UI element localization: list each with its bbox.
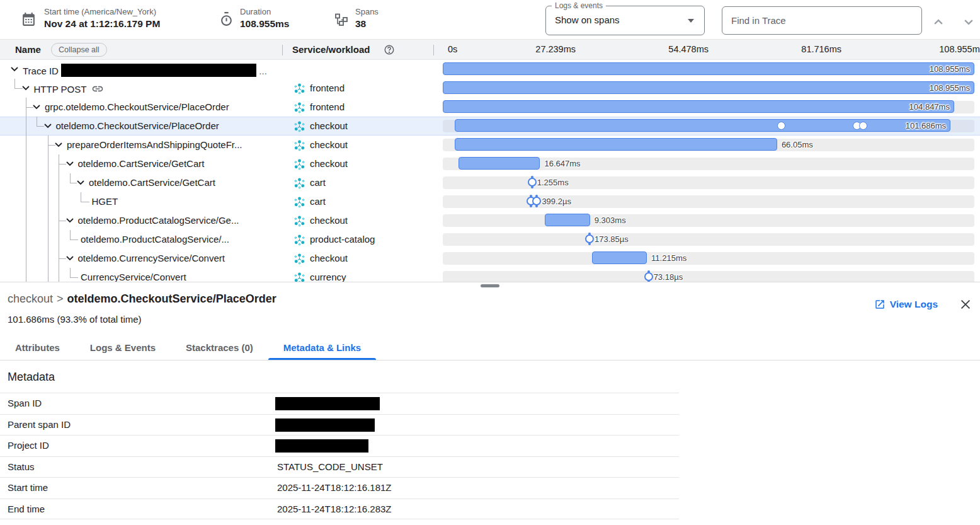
chevron-down-icon [688,19,694,23]
span-name: oteldemo.CartService/GetCart [78,158,205,169]
duration-label: 1.255ms [537,178,569,187]
span-name: grpc.oteldemo.CheckoutService/PlaceOrder [45,101,229,112]
collapse-all-button[interactable]: Collapse all [51,43,107,57]
close-icon[interactable] [959,297,972,311]
span-details-panel: checkout>oteldemo.CheckoutService/PlaceO… [0,282,980,525]
trace-row[interactable]: Trace ID ...108.955ms [0,60,980,79]
find-next-button[interactable] [960,13,977,31]
duration-label: 73.18µs [654,272,683,282]
span-duration-bar[interactable] [455,138,777,151]
trace-row[interactable]: grpc.oteldemo.CheckoutService/PlaceOrder… [0,98,980,117]
span-duration-bar[interactable] [459,157,540,170]
duration-label: 108.955ms [930,64,970,74]
expand-chevron-icon[interactable] [31,101,42,113]
event-marker-icon[interactable] [859,122,867,130]
span-name-text: oteldemo.ProductCatalogService/... [81,234,229,245]
instant-span-marker-icon[interactable] [532,197,541,205]
span-name: HGET [92,196,118,207]
workload-icon [293,177,305,189]
duration-label: 66.05ms [782,140,813,149]
tab-metadata-links[interactable]: Metadata & Links [268,337,376,360]
expand-chevron-icon[interactable] [9,64,20,75]
timeline-track: 399.2µs [443,195,974,208]
expand-chevron-icon[interactable] [20,83,31,94]
expand-chevron-icon[interactable] [42,120,54,132]
breadcrumb-service: checkout [8,292,53,305]
span-name: oteldemo.CheckoutService/PlaceOrder [56,120,219,131]
event-marker-icon[interactable] [777,122,785,130]
trace-row[interactable]: oteldemo.CartService/GetCart checkout16.… [0,154,980,173]
duration-label: Duration [240,7,289,17]
column-header-row: Name Collapse all Service/workload 0s 27… [0,39,980,60]
duration-label: 108.955ms [930,83,970,93]
start-time-label: Start time (America/New_York) [44,7,160,17]
expand-chevron-icon[interactable] [75,177,86,188]
workload-icon [293,83,305,95]
span-duration-bar[interactable]: 108.955ms [443,81,974,94]
trace-row[interactable]: oteldemo.ProductCatalogService/... produ… [0,230,980,249]
column-separator [282,45,283,55]
tab-stacktraces-0[interactable]: Stacktraces (0) [171,337,268,360]
instant-span-marker-icon[interactable] [644,272,653,281]
span-name-text: oteldemo.CartService/GetCart [78,158,205,169]
metadata-row: Span ID [0,393,679,414]
trace-row[interactable]: CurrencyService/Convert currency73.18µs [0,268,980,282]
trace-toolbar: Start time (America/New_York) Nov 24 at … [0,0,980,39]
span-name-text: HTTP POST [34,84,87,95]
find-in-trace-input[interactable] [722,6,922,35]
span-duration-bar[interactable]: 101.686ms [455,119,950,132]
span-duration-bar[interactable] [592,251,647,264]
service-name: frontend [310,83,345,93]
spans-label: Spans [355,7,379,17]
link-icon[interactable] [91,83,104,95]
service-name: product-catalog [310,234,375,245]
span-duration-bar[interactable]: 104.847ms [443,100,954,113]
trace-row[interactable]: HGET cart399.2µs [0,192,980,211]
span-name: oteldemo.CurrencyService/Convert [78,253,225,263]
panel-resize-handle[interactable] [481,284,499,287]
service-name: cart [310,177,326,188]
timeline-track: 11.215ms [443,252,974,265]
span-name: oteldemo.ProductCatalogService/Ge... [78,215,239,226]
help-icon[interactable] [384,44,395,55]
metadata-key: End time [8,504,45,514]
trace-row[interactable]: prepareOrderItemsAndShippingQuoteFr... c… [0,136,980,154]
redacted-value [275,397,380,410]
name-column-header: Name [15,44,41,55]
view-logs-link[interactable]: View Logs [874,299,938,310]
workload-icon [293,253,305,265]
logs-events-select[interactable]: Logs & events Show on spans [545,6,705,35]
timeline-track: 9.303ms [443,214,974,227]
instant-span-marker-icon[interactable] [528,178,537,187]
trace-row[interactable]: oteldemo.CartService/GetCart cart1.255ms [0,173,980,192]
span-duration-bar[interactable]: 108.955ms [443,62,974,75]
duration-label: 399.2µs [542,197,571,206]
spans-value: 38 [355,17,379,30]
expand-chevron-icon[interactable] [53,139,64,151]
span-name-text: oteldemo.CartService/GetCart [89,177,215,188]
span-duration-bar[interactable] [545,214,590,226]
service-column-header: Service/workload [292,44,370,55]
trace-row[interactable]: oteldemo.ProductCatalogService/Ge... che… [0,211,980,230]
span-name-text: prepareOrderItemsAndShippingQuoteFr... [67,139,242,150]
details-tab-bar: AttributesLogs & EventsStacktraces (0)Me… [0,337,980,361]
duration-label: 16.647ms [544,159,580,168]
tab-logs-events[interactable]: Logs & Events [75,337,171,360]
metadata-table: Span IDParent span IDProject IDStatusSTA… [0,393,679,519]
workload-icon [293,101,305,113]
span-duration-summary: 101.686ms (93.3% of total time) [8,314,142,325]
find-previous-button[interactable] [930,13,947,31]
span-name-text: oteldemo.CheckoutService/PlaceOrder [56,120,219,131]
expand-chevron-icon[interactable] [64,215,76,226]
instant-span-marker-icon[interactable] [585,234,594,243]
metadata-key: Project ID [8,440,49,451]
trace-row[interactable]: HTTP POST frontend108.955ms [0,79,980,98]
expand-chevron-icon[interactable] [64,253,76,264]
service-name: checkout [310,215,348,226]
expand-chevron-icon[interactable] [64,158,76,170]
trace-row[interactable]: oteldemo.CurrencyService/Convert checkou… [0,249,980,268]
service-name: checkout [310,139,348,150]
span-name: oteldemo.ProductCatalogService/... [81,234,229,245]
tab-attributes[interactable]: Attributes [0,337,75,360]
trace-row[interactable]: oteldemo.CheckoutService/PlaceOrder chec… [0,117,980,136]
